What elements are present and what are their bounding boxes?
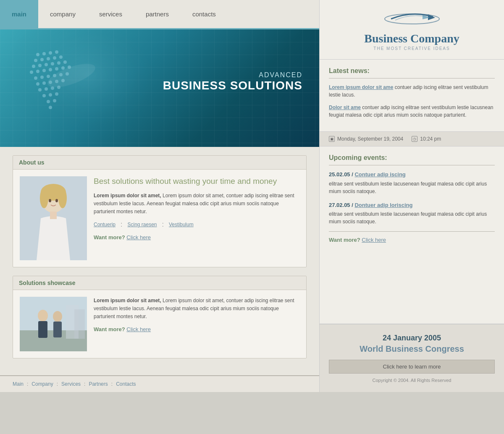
svg-point-39	[49, 93, 52, 97]
nav-item-services[interactable]: services	[87, 0, 134, 28]
solutions-click-here-link[interactable]: Click here	[126, 326, 151, 332]
about-us-links: Contuerip : Scing raesen : Vestibulum	[94, 221, 299, 228]
svg-point-11	[38, 64, 42, 67]
company-tagline: THE MOST CREATIVE IDEAS	[330, 46, 494, 51]
copyright-text: Copyright © 2004. All Rights Reserved	[329, 378, 495, 383]
svg-point-0	[0, 29, 155, 147]
date-text: Monday, September 19, 2004	[337, 136, 403, 142]
svg-point-13	[51, 62, 54, 65]
nav-item-main[interactable]: main	[0, 0, 38, 28]
nav-item-contacts[interactable]: contacts	[181, 0, 228, 28]
globe-graphic	[0, 29, 164, 147]
solutions-body: Lorem ipsum dolor sit amet, Lorem ipsum …	[13, 290, 306, 358]
svg-rect-52	[50, 212, 57, 219]
svg-point-42	[53, 99, 56, 102]
news-link-1[interactable]: Lorem ipsum dolor sit ame	[329, 84, 393, 90]
event-1-link[interactable]: Contuer adip iscing	[354, 171, 405, 178]
logo-area: Business Company THE MOST CREATIVE IDEAS	[320, 0, 504, 60]
solutions-image	[20, 297, 87, 351]
solutions-box: Solutions showcase	[13, 276, 307, 358]
svg-point-56	[38, 310, 48, 322]
svg-point-9	[59, 55, 63, 59]
solutions-body-text: Lorem ipsum dolor sit amet, Lorem ipsum …	[94, 297, 299, 321]
solutions-want-more: Want more? Click here	[94, 326, 299, 332]
news-link-2[interactable]: Dolor sit ame	[329, 105, 361, 110]
upcoming-events-heading: Upcoming events:	[329, 154, 495, 162]
svg-point-7	[47, 57, 50, 60]
time-text: 10:24 pm	[420, 136, 441, 142]
hero-title: BUSINESS SOLUTIONS	[163, 79, 302, 92]
person-photo	[20, 176, 87, 260]
hero-text: ADVANCED BUSINESS SOLUTIONS	[163, 71, 319, 105]
svg-point-3	[49, 51, 52, 55]
event-1-body: elitrae sent vestibulum lestie lacusenea…	[329, 181, 487, 194]
event-item-2: 27.02.05 / Dontuer adip loriscing elitra…	[329, 201, 495, 226]
solutions-photo	[20, 297, 87, 351]
clock-icon: ◷	[412, 136, 417, 142]
nav-item-company[interactable]: company	[38, 0, 87, 28]
svg-point-43	[49, 106, 52, 109]
svg-point-1	[36, 53, 39, 56]
logo-graphic	[330, 8, 494, 29]
solutions-header: Solutions showcase	[13, 276, 306, 290]
events-want-more: Want more? Click here	[329, 237, 495, 243]
svg-point-38	[42, 94, 46, 97]
right-sidebar: Business Company THE MOST CREATIVE IDEAS…	[319, 0, 504, 392]
svg-point-20	[55, 67, 58, 71]
about-link-2[interactable]: Scing raesen	[127, 222, 157, 227]
svg-point-23	[34, 76, 37, 80]
latest-news-heading: Latest news:	[329, 67, 495, 75]
events-click-here-link[interactable]: Click here	[362, 237, 386, 243]
congress-date: 24 January 2005	[329, 334, 495, 342]
about-link-1[interactable]: Contuerip	[94, 222, 116, 227]
footer-link-contacts[interactable]: Contacts	[116, 381, 136, 387]
svg-point-6	[40, 58, 44, 61]
upcoming-events-section: Upcoming events: 25.02.05 / Contuer adip…	[320, 146, 504, 324]
about-link-3[interactable]: Vestibulum	[169, 222, 194, 227]
congress-button[interactable]: Click here to learn more	[329, 360, 495, 374]
footer-link-partners[interactable]: Partners	[89, 381, 108, 387]
svg-point-50	[49, 199, 51, 202]
svg-point-10	[32, 65, 35, 68]
svg-point-24	[40, 76, 44, 79]
about-click-here-link[interactable]: Click here	[126, 234, 151, 241]
svg-point-48	[40, 188, 48, 208]
svg-point-34	[38, 88, 42, 92]
footer-link-company[interactable]: Company	[32, 381, 53, 387]
about-us-header: About us	[13, 156, 306, 170]
congress-title: World Business Congress	[329, 344, 495, 354]
hero-subtitle: ADVANCED	[163, 71, 302, 79]
about-us-image	[20, 176, 87, 260]
solutions-text: Lorem ipsum dolor sit amet, Lorem ipsum …	[94, 297, 299, 351]
svg-point-19	[49, 68, 52, 71]
news-item-2: Dolor sit ame contuer adip iscing elitra…	[329, 104, 495, 119]
svg-point-29	[36, 82, 39, 86]
event-1-date: 25.02.05 / Contuer adip iscing	[329, 170, 495, 179]
event-2-date: 27.02.05 / Dontuer adip loriscing	[329, 201, 495, 209]
events-divider-top	[329, 165, 495, 165]
about-us-body: Best solutions without wasting your time…	[13, 170, 306, 267]
events-divider-bottom	[329, 231, 495, 232]
main-content: About us	[0, 147, 319, 375]
datetime-bar: ▣ Monday, September 19, 2004 ◷ 10:24 pm	[320, 132, 504, 146]
svg-point-16	[30, 71, 33, 74]
svg-point-18	[42, 69, 46, 72]
about-us-headline: Best solutions without wasting your time…	[94, 176, 299, 187]
event-2-body: elitrae sent vestibulum lestie lacusenea…	[329, 211, 487, 225]
company-name: Business Company	[330, 32, 494, 45]
svg-rect-59	[53, 322, 62, 337]
footer-link-services[interactable]: Services	[61, 381, 81, 387]
time-item: ◷ 10:24 pm	[412, 136, 441, 142]
nav-item-partners[interactable]: partners	[134, 0, 181, 28]
event-2-link[interactable]: Dontuer adip loriscing	[354, 202, 412, 208]
svg-point-49	[58, 188, 67, 208]
footer-link-main[interactable]: Main	[13, 381, 24, 387]
svg-point-30	[42, 81, 46, 85]
svg-rect-61	[74, 309, 85, 339]
svg-point-17	[36, 70, 39, 73]
news-divider	[329, 78, 495, 78]
hero-banner: ADVANCED BUSINESS SOLUTIONS	[0, 29, 319, 147]
svg-rect-57	[38, 321, 47, 338]
footer-navigation: Main : Company : Services : Partners : C…	[0, 375, 319, 392]
about-want-more: Want more? Click here	[94, 234, 299, 241]
